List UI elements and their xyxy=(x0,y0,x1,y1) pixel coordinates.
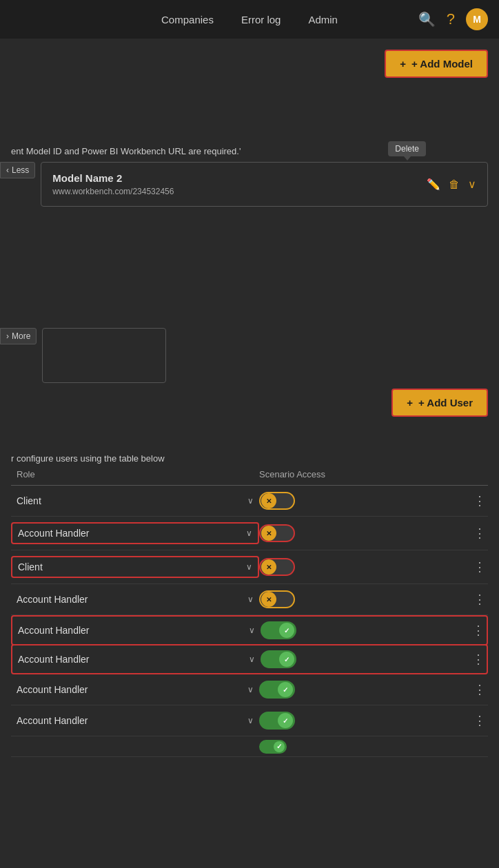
expand-button[interactable]: ∨ xyxy=(468,178,476,191)
scenario-toggle[interactable] xyxy=(261,650,296,668)
role-cell[interactable]: Account Handler ∨ xyxy=(12,650,261,669)
more-options-cell: ⋮ xyxy=(470,652,487,667)
table-row: Client ∨ ⋮ xyxy=(11,550,488,584)
access-cell xyxy=(259,524,471,542)
toggle-knob xyxy=(261,592,276,607)
role-cell[interactable]: Account Handler ∨ xyxy=(11,590,259,609)
add-model-button[interactable]: + + Add Model xyxy=(385,50,488,78)
role-label: Account Handler xyxy=(17,684,88,695)
search-icon: 🔍 xyxy=(418,12,436,27)
table-row: Account Handler ∨ ⋮ xyxy=(11,517,488,550)
three-dots-icon[interactable]: ⋮ xyxy=(473,682,487,697)
access-cell xyxy=(259,492,471,510)
chevron-down-icon: ∨ xyxy=(468,178,476,190)
role-label: Account Handler xyxy=(17,715,88,726)
toggle-knob xyxy=(278,682,293,697)
nav-admin[interactable]: Admin xyxy=(308,14,338,25)
nav-icons: 🔍 ? M xyxy=(418,8,488,30)
access-cell xyxy=(261,650,470,668)
table-row: Account Handler ∨ ⋮ xyxy=(11,705,488,736)
toggle-knob xyxy=(279,623,294,638)
three-dots-icon[interactable]: ⋮ xyxy=(473,713,487,728)
table-header: Role Scenario Access xyxy=(11,464,488,486)
table-row: Account Handler ∨ ⋮ xyxy=(11,584,488,615)
more-label: More xyxy=(12,331,30,341)
scenario-toggle[interactable] xyxy=(259,712,295,730)
scenario-toggle[interactable] xyxy=(259,681,295,699)
role-label: Account Handler xyxy=(17,594,88,605)
configure-message: r configure users using the table below xyxy=(11,441,488,464)
access-cell xyxy=(259,590,471,608)
avatar[interactable]: M xyxy=(466,8,488,30)
more-options-cell: ⋮ xyxy=(471,682,488,697)
scenario-toggle[interactable] xyxy=(259,558,295,576)
more-options-cell: ⋮ xyxy=(471,526,488,541)
chevron-down-icon: ∨ xyxy=(249,654,255,664)
plus-icon: + xyxy=(400,58,406,70)
add-user-button[interactable]: + + Add User xyxy=(391,389,488,417)
chevron-down-icon: ∨ xyxy=(247,716,254,725)
nav-companies[interactable]: Companies xyxy=(161,14,214,25)
model-section: + + Add Model xyxy=(11,50,488,105)
trash-icon: 🗑 xyxy=(449,178,460,190)
table-row: Account Handler ∨ ⋮ xyxy=(11,615,488,645)
plus-user-icon: + xyxy=(407,397,413,409)
navbar: Companies Error log Admin 🔍 ? M xyxy=(0,0,499,39)
chevron-down-icon: ∨ xyxy=(247,595,254,604)
role-label: Client xyxy=(17,495,41,506)
chevron-down-icon: ∨ xyxy=(249,626,255,635)
more-card-partial xyxy=(42,328,166,383)
three-dots-icon[interactable]: ⋮ xyxy=(472,623,485,638)
more-button[interactable]: › More xyxy=(0,328,37,344)
three-dots-icon[interactable]: ⋮ xyxy=(473,526,487,541)
edit-icon: ✏️ xyxy=(427,178,440,190)
chevron-down-icon: ∨ xyxy=(247,496,254,506)
three-dots-icon[interactable]: ⋮ xyxy=(473,592,487,607)
toggle-knob xyxy=(261,493,276,508)
table-row-partial xyxy=(11,736,488,757)
role-cell[interactable]: Client ∨ xyxy=(11,556,259,578)
role-cell[interactable]: Account Handler ∨ xyxy=(11,711,259,730)
role-cell[interactable]: Account Handler ∨ xyxy=(11,680,259,699)
role-cell[interactable]: Account Handler ∨ xyxy=(12,621,261,640)
model-name: Model Name 2 xyxy=(52,172,174,184)
chevron-down-icon: ∨ xyxy=(246,562,252,572)
access-cell xyxy=(261,621,470,639)
help-icon: ? xyxy=(447,10,455,28)
add-user-label: + Add User xyxy=(418,397,473,409)
help-button[interactable]: ? xyxy=(447,10,455,28)
chevron-down-icon: ∨ xyxy=(246,528,252,538)
scenario-toggle[interactable] xyxy=(259,590,295,608)
role-cell[interactable]: Client ∨ xyxy=(11,491,259,510)
scenario-toggle[interactable] xyxy=(259,524,295,542)
search-button[interactable]: 🔍 xyxy=(418,11,436,28)
chevron-down-icon: ∨ xyxy=(247,685,254,694)
role-label: Account Handler xyxy=(18,654,90,665)
toggle-knob xyxy=(274,741,285,752)
toggle-knob xyxy=(261,526,276,541)
role-cell[interactable] xyxy=(11,743,259,751)
edit-button[interactable]: ✏️ xyxy=(427,178,440,191)
scenario-toggle[interactable] xyxy=(259,492,295,510)
middle-spacer xyxy=(11,218,488,328)
toggle-knob xyxy=(279,652,294,667)
role-label: Account Handler xyxy=(18,528,90,539)
scenario-toggle[interactable] xyxy=(259,740,287,754)
three-dots-icon[interactable]: ⋮ xyxy=(473,493,487,508)
three-dots-icon[interactable]: ⋮ xyxy=(472,652,485,667)
model-card-wrapper: Delete Model Name 2 www.workbench.com/23… xyxy=(41,162,488,207)
role-cell[interactable]: Account Handler ∨ xyxy=(11,522,259,544)
access-cell xyxy=(259,558,471,576)
more-options-cell: ⋮ xyxy=(471,713,488,728)
delete-button[interactable]: 🗑 xyxy=(449,178,460,191)
scenario-toggle[interactable] xyxy=(261,621,296,639)
less-button[interactable]: ‹ Less xyxy=(0,162,35,178)
three-dots-icon[interactable]: ⋮ xyxy=(473,559,487,575)
toggle-knob xyxy=(278,713,293,728)
access-cell xyxy=(259,740,488,754)
table-row: Client ∨ ⋮ xyxy=(11,486,488,517)
more-options-cell: ⋮ xyxy=(471,592,488,607)
nav-error-log[interactable]: Error log xyxy=(241,14,281,25)
delete-tooltip: Delete xyxy=(388,141,426,156)
toggle-knob xyxy=(261,559,276,575)
